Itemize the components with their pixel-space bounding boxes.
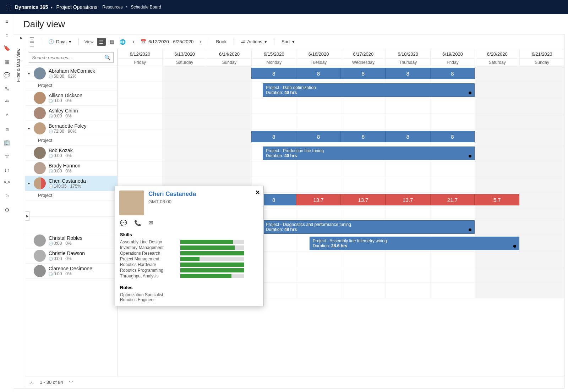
breadcrumb-schedule-board[interactable]: Schedule Board (131, 5, 161, 10)
brand[interactable]: Dynamics 365 (15, 4, 48, 10)
chevron-down-icon[interactable]: ▾ (51, 5, 53, 9)
app-launcher-icon[interactable]: ⋮⋮⋮ (4, 4, 13, 10)
topbar: ⋮⋮⋮ Dynamics 365 ▾ Project Operations Re… (0, 0, 568, 14)
app-name: Project Operations (56, 4, 97, 10)
breadcrumb-sep: › (126, 5, 127, 10)
breadcrumb: Resources › Schedule Board (102, 5, 161, 10)
breadcrumb-resources[interactable]: Resources (102, 5, 122, 10)
